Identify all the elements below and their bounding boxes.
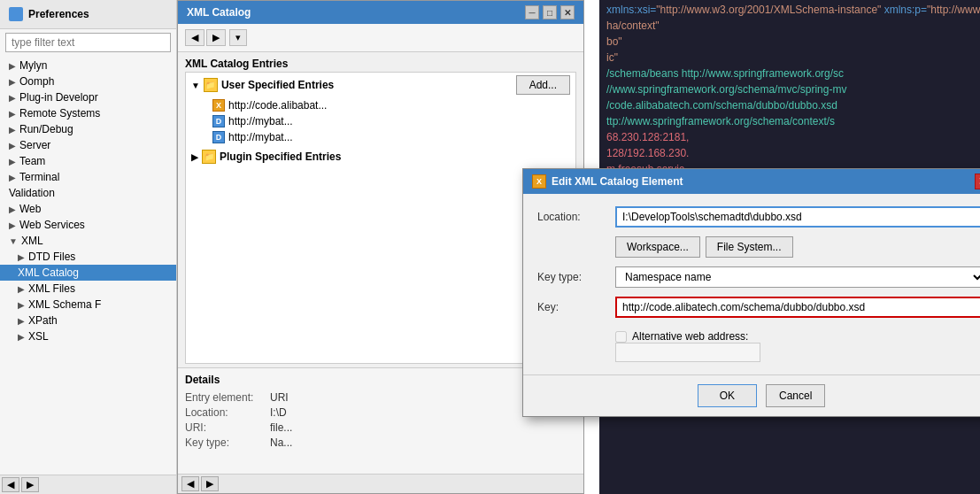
tree-label: XML Catalog xyxy=(18,266,79,279)
dialog-body: Location: Workspace... File System... Ke… xyxy=(523,194,980,374)
titlebar-buttons: ─ □ ✕ xyxy=(525,5,575,19)
expand-arrow: ▶ xyxy=(9,77,16,87)
alt-web-input xyxy=(615,343,760,362)
preferences-title-text: Preferences xyxy=(28,8,89,20)
tree-label: XPath xyxy=(28,314,58,327)
tree-item-xmlschema[interactable]: ▶ XML Schema F xyxy=(0,297,176,313)
code-line: /code.alibabatech.com/schema/dubbo/dubbo… xyxy=(606,97,973,113)
expand-arrow: ▼ xyxy=(9,236,18,246)
tree-item-server[interactable]: ▶ Server xyxy=(0,137,176,153)
tree-label: XML xyxy=(21,235,43,247)
user-entries-icon: 📁 xyxy=(204,78,218,92)
dialog-close-button[interactable]: ✕ xyxy=(975,174,980,189)
tree-item-rundebug[interactable]: ▶ Run/Debug xyxy=(0,121,176,137)
details-title: Details xyxy=(185,374,576,386)
add-button[interactable]: Add... xyxy=(516,75,570,95)
entry-text: http://mybat... xyxy=(228,131,293,143)
toolbar-nav: ◀ ▶ xyxy=(185,29,226,46)
expand-arrow: ▶ xyxy=(9,220,16,230)
location-label: Location: xyxy=(537,211,608,223)
key-label: Key: xyxy=(537,301,608,313)
expand-arrow: ▶ xyxy=(9,141,16,151)
xml-catalog-titlebar: XML Catalog ─ □ ✕ xyxy=(178,1,583,24)
tree-item-validation[interactable]: Validation xyxy=(0,185,176,201)
expand-arrow: ▶ xyxy=(9,173,16,182)
tree-item-xmlfiles[interactable]: ▶ XML Files xyxy=(0,281,176,297)
catalog-footer: ◀ ▶ xyxy=(178,474,583,493)
plugin-entries-header[interactable]: ▶ 📁 Plugin Specified Entries xyxy=(186,147,575,166)
tree-item-web[interactable]: ▶ Web xyxy=(0,201,176,217)
tree-item-webservices[interactable]: ▶ Web Services xyxy=(0,217,176,233)
expand-arrow: ▶ xyxy=(9,61,16,71)
key-type-select[interactable]: Namespace name Public ID System ID URI xyxy=(615,266,980,288)
tree-label: Mylyn xyxy=(19,59,47,72)
alt-web-checkbox[interactable] xyxy=(615,331,627,343)
sidebar-left-arrow[interactable]: ◀ xyxy=(2,477,19,492)
code-line: ttp://www.springframework.org/schema/con… xyxy=(606,113,973,129)
minimize-button[interactable]: ─ xyxy=(525,5,539,19)
main-area: xmlns:xsi="http://www.w3.org/2001/XMLSch… xyxy=(177,0,980,494)
entries-section-title: XML Catalog Entries xyxy=(178,52,583,72)
user-entries-header[interactable]: ▼ 📁 User Specified Entries Add... xyxy=(186,73,575,97)
tree-label: Web xyxy=(19,203,41,215)
code-line: //www.springframework.org/schema/mvc/spr… xyxy=(606,81,973,97)
user-entry-3[interactable]: D http://mybat... xyxy=(186,129,575,145)
tree-item-plugin[interactable]: ▶ Plug-in Developr xyxy=(0,89,176,105)
nav-back-button[interactable]: ◀ xyxy=(185,29,204,46)
user-entry-1[interactable]: X http://code.alibabat... xyxy=(186,97,575,113)
tree-label: Oomph xyxy=(19,75,54,88)
entry-text: http://mybat... xyxy=(228,115,293,127)
tree-item-xpath[interactable]: ▶ XPath xyxy=(0,313,176,328)
close-button[interactable]: ✕ xyxy=(560,5,575,19)
code-line: bo" xyxy=(606,34,973,50)
filesystem-button[interactable]: File System... xyxy=(706,236,793,258)
dialog-title-icon: X xyxy=(532,174,546,189)
maximize-button[interactable]: □ xyxy=(543,5,557,19)
footer-left-arrow[interactable]: ◀ xyxy=(181,476,199,491)
tree-item-xml[interactable]: ▼ XML xyxy=(0,233,176,249)
code-line: ha/context" xyxy=(606,18,973,34)
tree-item-xmlcatalog[interactable]: XML Catalog xyxy=(0,265,176,281)
cancel-button[interactable]: Cancel xyxy=(766,384,825,407)
nav-forward-button[interactable]: ▶ xyxy=(206,29,226,46)
preferences-tree: ▶ Mylyn ▶ Oomph ▶ Plug-in Developr ▶ Rem… xyxy=(0,56,176,475)
sidebar-right-arrow[interactable]: ▶ xyxy=(21,477,39,492)
expand-arrow-plugin: ▶ xyxy=(191,152,198,162)
tree-label: Remote Systems xyxy=(19,107,100,120)
tree-item-dtdfiles[interactable]: ▶ DTD Files xyxy=(0,249,176,265)
tree-label: DTD Files xyxy=(28,251,75,263)
tree-label: Plug-in Developr xyxy=(19,91,98,104)
user-entry-2[interactable]: D http://mybat... xyxy=(186,113,575,129)
sidebar-bottom-nav: ◀ ▶ xyxy=(0,475,176,494)
tree-label: XML Files xyxy=(28,282,75,295)
ok-button[interactable]: OK xyxy=(698,384,757,407)
expand-arrow: ▶ xyxy=(18,252,25,262)
key-row: Key: xyxy=(537,297,980,318)
tree-item-terminal[interactable]: ▶ Terminal xyxy=(0,169,176,185)
key-type-label: Key type: xyxy=(537,271,608,283)
toolbar-dropdown-button[interactable]: ▾ xyxy=(229,29,247,46)
alt-web-label: Alternative web address: xyxy=(632,330,748,343)
tree-item-team[interactable]: ▶ Team xyxy=(0,153,176,169)
entry-icon: X xyxy=(212,99,225,112)
alt-web-checkbox-row: Alternative web address: xyxy=(615,330,980,343)
tree-item-oomph[interactable]: ▶ Oomph xyxy=(0,73,176,89)
filter-input[interactable] xyxy=(5,33,171,52)
key-input[interactable] xyxy=(615,297,980,318)
footer-right-arrow[interactable]: ▶ xyxy=(201,476,219,491)
workspace-button[interactable]: Workspace... xyxy=(615,236,700,258)
entry-element-label: Entry element: xyxy=(185,391,265,404)
tree-item-remote[interactable]: ▶ Remote Systems xyxy=(0,105,176,121)
code-line: 68.230.128:2181, xyxy=(606,129,973,145)
location-row: Location: xyxy=(537,206,980,228)
location-label: Location: xyxy=(185,406,265,419)
dialog-titlebar: X Edit XML Catalog Element ✕ xyxy=(523,169,980,194)
entry-icon: D xyxy=(212,115,225,127)
code-line: 128/192.168.230. xyxy=(606,145,973,161)
expand-arrow: ▶ xyxy=(9,157,16,166)
tree-item-xsl[interactable]: ▶ XSL xyxy=(0,328,176,344)
location-input[interactable] xyxy=(615,206,980,228)
tree-item-mylyn[interactable]: ▶ Mylyn xyxy=(0,58,176,73)
entry-icon: D xyxy=(212,131,225,143)
details-row-keytype: Key type: Na... xyxy=(185,436,576,449)
